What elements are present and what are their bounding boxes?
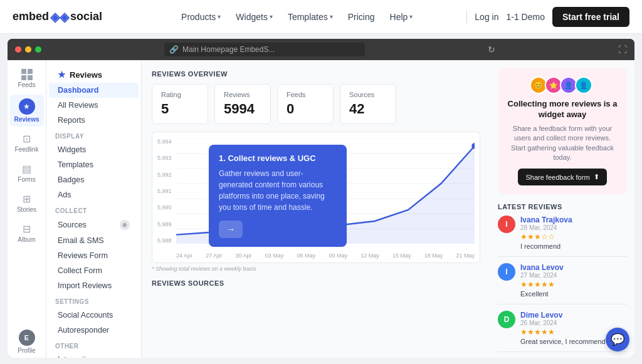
sources-value: 42 [349,101,387,117]
browser-dots [15,46,41,53]
tooltip-body: Gather reviews and user-generated conten… [219,168,337,213]
reviewer-name-1: Ivana Trajkova [520,216,627,224]
sidebar-all-reviews[interactable]: All Reviews [49,98,139,113]
profile-avatar: E [19,330,35,346]
sidebar-collect-form[interactable]: Collect Form [49,263,139,278]
close-dot[interactable] [15,46,21,53]
tooltip-arrow-button[interactable]: → [219,221,243,238]
sidebar-badges[interactable]: Badges [49,172,139,187]
reviewer-name-2: Ivana Levov [520,263,627,272]
share-feedback-button[interactable]: Share feedback form ⬆ [518,169,606,185]
sidebar-templates[interactable]: Templates [49,157,139,172]
feedlink-label: Feedlink [15,146,39,153]
collect-section-title: Collect [46,202,141,217]
stories-icon: ⊞ [23,193,31,205]
right-panel: 😊 ⭐ 👤 👤 Collecting more reviews is a wid… [490,60,634,358]
sidebar-item-profile[interactable]: E Profile [10,326,44,358]
import-reviews-label: Import Reviews [58,281,112,290]
chevron-down-icon: ▾ [218,13,221,20]
logo-icon: ◈◈ [50,9,69,24]
sidebar-item-reviews[interactable]: ★ Reviews [10,95,44,127]
feeds-value: 0 [287,101,324,117]
nav-right: Log in 1-1 Demo Start free trial [466,7,629,27]
refresh-icon[interactable]: ↻ [488,44,495,55]
reviews-label: Reviews [14,116,39,123]
stats-row: Rating 5 Reviews 5994 Feeds 0 Sources 42 [152,84,480,124]
browser-url-bar[interactable]: 🔗 Main Homepage EmbedS... [164,43,365,56]
rating-value: 5 [161,101,199,117]
all-reviews-label: All Reviews [58,101,98,110]
tooltip-title: 1. Collect reviews & UGC [219,153,337,163]
reviews-icon: ★ [19,98,35,115]
logo-social: social [70,10,102,23]
other-section-title: Other [46,338,141,352]
reviews-star-icon: ★ [58,70,66,80]
review-item-2: I Ivana Levov 27 Mar, 2024 Excellent [498,263,627,304]
forms-label: Forms [18,176,35,183]
review-date-3: 26 Mar, 2024 [520,320,627,326]
reviewer-name-3: Dime Levov [520,311,627,320]
reviews-form-label: Reviews Form [58,251,108,260]
reviews-sources-title: REVIEWS SOURCES [152,279,480,287]
widgets-label: Widgets [58,145,86,154]
chevron-down-icon: ▾ [409,13,413,20]
login-link[interactable]: Log in [475,12,498,22]
fullscreen-icon[interactable]: ⛶ [618,44,627,55]
stories-label: Stories [17,206,36,213]
profile-label: Profile [18,347,35,354]
share-feedback-label: Share feedback form [525,174,589,181]
start-trial-button[interactable]: Start free trial [552,7,629,27]
stat-rating: Rating 5 [152,84,208,124]
sidebar-sources[interactable]: Sources ⊕ [49,217,139,233]
main-content: REVIEWS OVERVIEW Rating 5 Reviews 5994 F… [142,60,490,358]
stat-feeds: Feeds 0 [277,84,334,124]
sidebar-social-accounts[interactable]: Social Accounts [49,308,139,323]
promo-avatars: 😊 ⭐ 👤 👤 [507,76,618,94]
sidebar-item-feeds[interactable]: Feeds [10,65,44,92]
sidebar-reviews-parent[interactable]: ★ Reviews [49,66,139,83]
review-date-2: 27 Mar, 2024 [520,272,627,279]
sidebar-item-stories[interactable]: ⊞ Stories [10,189,44,217]
feedlink-icon: ⊡ [23,133,31,145]
top-nav: embed◈◈social Products ▾ Widgets ▾ Templ… [0,0,642,34]
badges-label: Badges [58,175,84,184]
nav-help[interactable]: Help ▾ [390,12,413,22]
logo: embed◈◈social [13,9,102,24]
app-layout: Feeds ★ Reviews ⊡ Feedlink ▤ Forms ⊞ Sto… [8,60,634,358]
sidebar-reports[interactable]: Reports [49,113,139,128]
sidebar-email-sms[interactable]: Email & SMS [49,233,139,248]
review-date-1: 28 Mar, 2024 [520,224,627,231]
stat-sources: Sources 42 [340,84,396,124]
review-avatar-3: D [498,311,515,328]
sidebar-ads[interactable]: Ads [49,187,139,202]
social-accounts-label: Social Accounts [58,311,113,320]
expand-dot[interactable] [35,46,41,53]
chat-bubble[interactable]: 💬 [606,328,629,351]
nav-widgets[interactable]: Widgets ▾ [236,12,273,22]
nav-links: Products ▾ Widgets ▾ Templates ▾ Pricing… [127,12,466,22]
email-sms-label: Email & SMS [58,236,104,245]
sidebar-reviews-form[interactable]: Reviews Form [49,248,139,263]
feeds-label: Feeds [18,81,36,88]
sources-badge: ⊕ [120,220,130,230]
demo-link[interactable]: 1-1 Demo [506,12,544,22]
sidebar-item-forms[interactable]: ▤ Forms [10,159,44,187]
nav-templates[interactable]: Templates ▾ [288,12,333,22]
chevron-down-icon: ▾ [270,13,273,20]
promo-body: Share a feedback form with your users an… [507,124,618,163]
sidebar-item-feedlink[interactable]: ⊡ Feedlink [10,129,44,157]
sidebar-integrations[interactable]: Integrations [49,352,139,358]
chart-container: 5,994 5,993 5,992 5,991 5,990 5,989 5,98… [152,132,480,263]
album-icon: ⊟ [23,223,31,235]
sidebar-item-album[interactable]: ⊟ Album [10,219,44,247]
minimize-dot[interactable] [25,46,31,53]
nav-divider [466,11,467,23]
nav-pricing[interactable]: Pricing [348,12,375,22]
review-text-2: Excellent [520,290,627,298]
sidebar-dashboard[interactable]: Dashboard [49,83,139,98]
sidebar-widgets[interactable]: Widgets [49,142,139,157]
sidebar-import-reviews[interactable]: Import Reviews [49,278,139,293]
sidebar-autoresponder[interactable]: Autoresponder [49,323,139,338]
nav-products[interactable]: Products ▾ [181,12,221,22]
share-icon: ⬆ [594,173,599,181]
